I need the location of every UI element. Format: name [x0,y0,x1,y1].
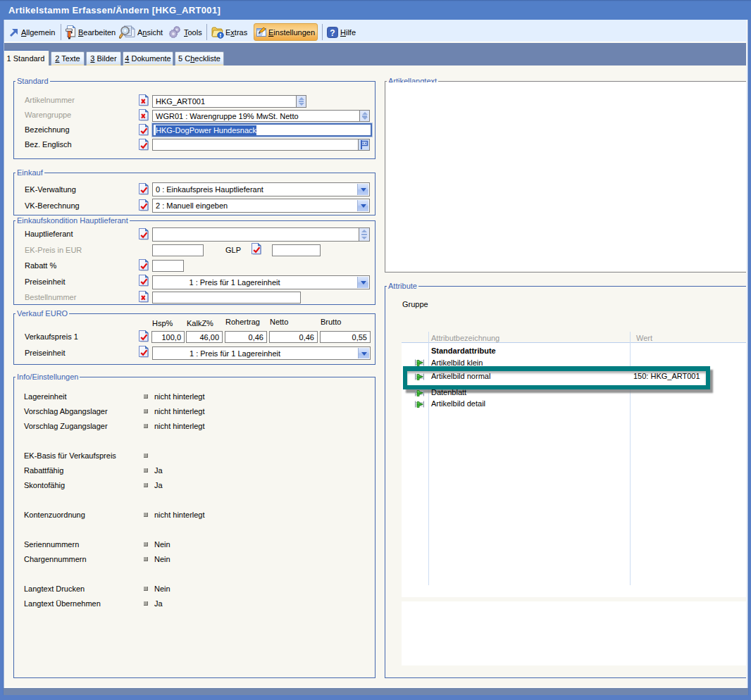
svg-text:?: ? [330,28,335,38]
